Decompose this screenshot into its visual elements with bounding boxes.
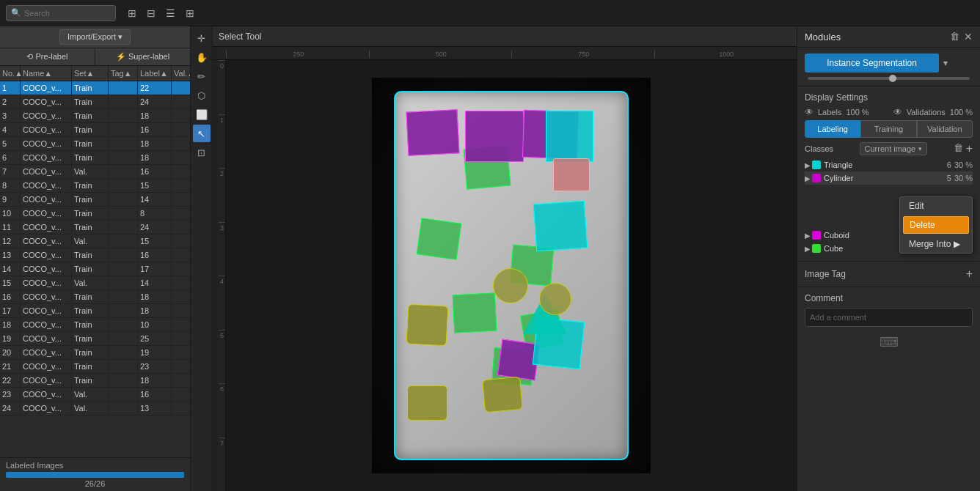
- table-row[interactable]: 4 COCO_v... Train 16: [0, 123, 190, 137]
- classes-trash-icon[interactable]: 🗑: [954, 142, 963, 155]
- classes-add-icon[interactable]: +: [966, 142, 973, 155]
- shape-green-3: [453, 293, 497, 333]
- table-row[interactable]: 18 COCO_v... Train 10: [0, 318, 190, 332]
- table-row[interactable]: 16 COCO_v... Train 18: [0, 290, 190, 304]
- triangle-pct: 30 %: [954, 160, 973, 169]
- cell-tag: [109, 221, 138, 234]
- current-image-filter[interactable]: Current image ▾: [860, 142, 928, 155]
- table-row[interactable]: 9 COCO_v... Train 14: [0, 193, 190, 207]
- table-row[interactable]: 23 COCO_v... Val. 16: [0, 388, 190, 402]
- canvas-area: Select Tool 250 500 750 1000 0 1 2 3 4 5…: [213, 26, 797, 491]
- grid-view-icon[interactable]: ⊞: [183, 6, 197, 21]
- cube-expand-icon[interactable]: ▶: [805, 245, 811, 253]
- table-row[interactable]: 13 COCO_v... Train 16: [0, 248, 190, 262]
- class-row-triangle[interactable]: ▶ Triangle 6 30 %: [805, 158, 973, 171]
- table-row[interactable]: 3 COCO_v... Train 18: [0, 109, 190, 123]
- table-row[interactable]: 2 COCO_v... Train 24: [0, 95, 190, 109]
- tab-training[interactable]: Training: [860, 120, 916, 138]
- table-row[interactable]: 7 COCO_v... Val. 16: [0, 165, 190, 179]
- search-box[interactable]: 🔍: [6, 5, 116, 21]
- table-row[interactable]: 15 COCO_v... Val. 14: [0, 276, 190, 290]
- table-row[interactable]: 14 COCO_v... Train 17: [0, 262, 190, 276]
- shape-purple-3: [406, 109, 459, 156]
- eraser-tool-button[interactable]: ⊡: [193, 144, 211, 161]
- cell-name: COCO_v...: [21, 165, 72, 178]
- cell-name: COCO_v...: [21, 360, 72, 373]
- filter-icon[interactable]: ⊟: [144, 6, 158, 21]
- cell-name: COCO_v...: [21, 179, 72, 192]
- shape-circle-2: [539, 283, 571, 315]
- cell-val: [172, 276, 190, 289]
- tab-validation[interactable]: Validation: [917, 120, 973, 138]
- table-row[interactable]: 12 COCO_v... Val. 15: [0, 235, 190, 248]
- context-delete[interactable]: Delete: [903, 216, 969, 234]
- cell-set: Train: [72, 123, 109, 136]
- inst-seg-chevron[interactable]: ▾: [943, 58, 948, 68]
- shape-circle-1: [493, 268, 528, 303]
- col-label[interactable]: Label▲: [138, 66, 172, 81]
- polygon-tool-button[interactable]: ⬡: [193, 86, 211, 104]
- pointer-tool-button[interactable]: ✛: [193, 29, 211, 47]
- cell-no: 5: [0, 137, 21, 150]
- cylinder-expand-icon[interactable]: ▶: [805, 174, 811, 182]
- col-name[interactable]: Name▲: [21, 66, 72, 81]
- pre-label-button[interactable]: ⟲ Pre-label: [0, 48, 95, 65]
- cell-set: Train: [72, 81, 109, 95]
- table-row[interactable]: 1 COCO_v... Train 22: [0, 81, 190, 95]
- cuboid-expand-icon[interactable]: ▶: [805, 232, 811, 240]
- table-row[interactable]: 8 COCO_v... Train 15: [0, 179, 190, 193]
- tab-labeling[interactable]: Labeling: [805, 120, 860, 138]
- labels-eye-icon[interactable]: 👁: [805, 107, 813, 117]
- context-edit[interactable]: Edit: [900, 197, 972, 215]
- validations-eye-icon[interactable]: 👁: [893, 107, 902, 117]
- col-set[interactable]: Set▲: [72, 66, 109, 81]
- list-view-icon[interactable]: ☰: [163, 6, 178, 21]
- canvas-viewport[interactable]: [226, 60, 797, 491]
- brush-tool-button[interactable]: ✏: [193, 67, 211, 85]
- shape-cyan-2: [533, 201, 587, 252]
- cell-tag: [109, 123, 138, 136]
- table-row[interactable]: 5 COCO_v... Train 18: [0, 137, 190, 151]
- class-row-cylinder[interactable]: ▶ Cylinder 5 30 %: [805, 171, 973, 185]
- table-row[interactable]: 24 COCO_v... Val. 13: [0, 402, 190, 416]
- table-row[interactable]: 10 COCO_v... Train 8: [0, 207, 190, 221]
- table-row[interactable]: 21 COCO_v... Train 23: [0, 360, 190, 374]
- col-tag[interactable]: Tag▲: [109, 66, 138, 81]
- cell-name: COCO_v...: [21, 290, 72, 303]
- table-row[interactable]: 6 COCO_v... Train 18: [0, 151, 190, 165]
- table-row[interactable]: 11 COCO_v... Train 24: [0, 221, 190, 235]
- cell-no: 23: [0, 388, 21, 401]
- col-val[interactable]: Val.▲: [172, 66, 190, 81]
- hand-tool-button[interactable]: ✋: [193, 48, 211, 66]
- table-row[interactable]: 19 COCO_v... Train 25: [0, 332, 190, 346]
- cell-set: Train: [72, 248, 109, 262]
- cell-val: [172, 388, 190, 401]
- table-row[interactable]: 22 COCO_v... Train 18: [0, 374, 190, 388]
- instance-seg-button[interactable]: Instance Segmentation: [805, 53, 939, 73]
- image-tag-add-icon[interactable]: +: [966, 267, 973, 281]
- table-row[interactable]: 17 COCO_v... Train 18: [0, 304, 190, 318]
- shape-purple-1: [465, 111, 524, 162]
- slider-thumb: [889, 75, 896, 82]
- image-grid-icon[interactable]: ⊞: [125, 6, 139, 21]
- cell-no: 17: [0, 304, 21, 317]
- cell-tag: [109, 290, 138, 303]
- modules-trash-icon[interactable]: 🗑: [950, 31, 959, 43]
- col-no[interactable]: No.▲: [0, 66, 21, 81]
- modules-close-icon[interactable]: ✕: [964, 31, 973, 43]
- shape-olive-3: [482, 377, 523, 413]
- super-label-button[interactable]: ⚡ Super-label: [95, 48, 190, 65]
- cell-val: [172, 109, 190, 122]
- select-tool-button[interactable]: ↖: [193, 125, 211, 142]
- cell-val: [172, 262, 190, 276]
- search-input[interactable]: [24, 9, 112, 18]
- cell-label: 18: [138, 374, 172, 387]
- table-row[interactable]: 20 COCO_v... Train 19: [0, 346, 190, 360]
- triangle-expand-icon[interactable]: ▶: [805, 161, 811, 169]
- import-export-button[interactable]: Import/Export ▾: [59, 29, 131, 45]
- cell-set: Train: [72, 179, 109, 192]
- inst-seg-slider[interactable]: [808, 77, 970, 80]
- rectangle-tool-button[interactable]: ⬜: [193, 106, 211, 123]
- cell-val: [172, 360, 190, 373]
- context-merge-into[interactable]: Merge Into ▶: [900, 235, 972, 253]
